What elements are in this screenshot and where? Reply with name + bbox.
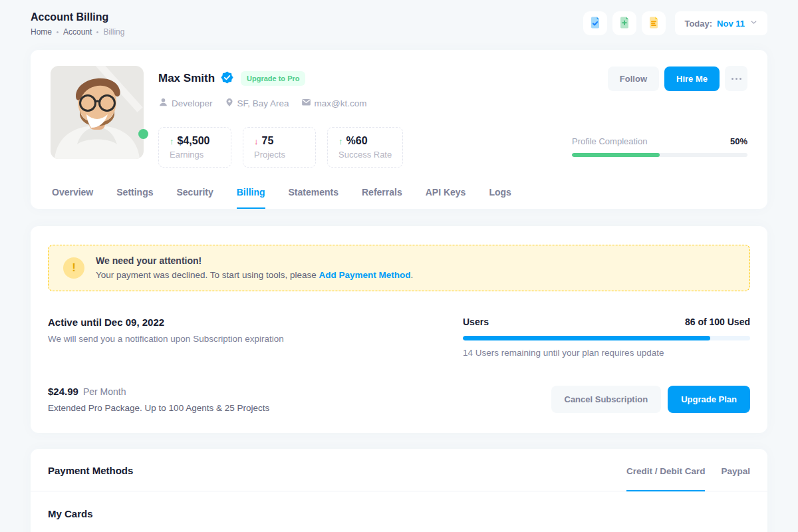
toolbar: Account Billing Home Account Billing Tod… [0,0,798,47]
tab-overview[interactable]: Overview [52,187,93,209]
breadcrumb: Home Account Billing [31,27,124,37]
tab-settings[interactable]: Settings [116,187,153,209]
file-lines-icon [647,16,660,31]
profile-completion: Profile Compleation 50% [572,136,747,157]
arrow-up-icon: ↑ [170,136,174,146]
file-plus-icon [618,16,631,31]
cancel-subscription-button[interactable]: Cancel Subscription [551,386,662,413]
profile-card: Max Smith Upgrade to Pro Follow Hire Me … [31,50,767,209]
profile-tabs: Overview Settings Security Billing State… [51,187,747,209]
date-picker-label: Today: [684,19,712,29]
online-status-dot [138,129,148,139]
tab-security[interactable]: Security [177,187,213,209]
tab-statements[interactable]: Statements [289,187,338,209]
subscription-active-until: Active until Dec 09, 2022 [48,317,284,328]
billing-summary-card: ! We need your attention! Your payment w… [31,226,767,433]
breadcrumb-home[interactable]: Home [31,27,52,37]
profile-stats: ↑$4,500 Earnings ↓75 Projects ↑%60 Succe… [158,127,403,168]
page-heading: Account Billing Home Account Billing [31,11,124,37]
tab-logs[interactable]: Logs [489,187,511,209]
date-picker[interactable]: Today: Nov 11 [675,11,767,35]
verified-badge-icon [221,71,233,86]
breadcrumb-billing: Billing [103,27,124,37]
tab-paypal[interactable]: Paypal [721,466,750,491]
users-label: Users [463,317,489,327]
tab-api-keys[interactable]: API Keys [426,187,466,209]
upgrade-plan-button[interactable]: Upgrade Plan [668,386,750,413]
breadcrumb-account[interactable]: Account [63,27,92,37]
exclamation-icon: ! [63,257,84,279]
plan-price: $24.99 [48,386,78,397]
plan-description: Extended Pro Package. Up to 100 Agents &… [48,403,269,413]
plan-pricing: $24.99 Per Month Extended Pro Package. U… [48,386,269,413]
users-usage: Users 86 of 100 Used 14 Users remaining … [463,317,750,358]
alert-title: We need your attention! [96,255,413,266]
arrow-down-icon: ↓ [254,136,259,146]
alert-text: Your payment was declined. To start usin… [96,270,413,280]
more-options-button[interactable] [725,66,747,91]
mail-icon [301,97,311,109]
plan-period: Per Month [83,386,126,397]
profile-email: max@kt.com [301,97,367,109]
file-check-icon [589,16,602,31]
profile-meta: Developer SF, Bay Area max@kt.com [158,97,747,109]
profile-role: Developer [158,97,213,109]
payment-methods-card: Payment Methods Credit / Debit Card Payp… [31,449,767,532]
stat-earnings: ↑$4,500 Earnings [158,127,231,168]
location-pin-icon [225,98,234,109]
my-cards-title: My Cards [48,508,750,519]
file-lines-button[interactable] [642,11,666,35]
stat-projects: ↓75 Projects [243,127,316,168]
users-remaining-note: 14 Users remaining until your plan requi… [463,348,750,358]
upgrade-to-pro-badge[interactable]: Upgrade to Pro [241,71,305,86]
chevron-down-icon [749,17,758,29]
subscription-status: Active until Dec 09, 2022 We will send y… [48,317,284,358]
payment-warning-alert: ! We need your attention! Your payment w… [48,245,750,291]
follow-button[interactable]: Follow [608,66,659,91]
payment-method-tabs: Credit / Debit Card Paypal [626,466,750,491]
breadcrumb-separator [57,31,59,33]
avatar-image [51,66,144,159]
add-payment-method-link[interactable]: Add Payment Method [319,270,410,280]
stat-success-rate: ↑%60 Success Rate [327,127,403,168]
file-plus-button[interactable] [612,11,636,35]
tab-credit-debit-card[interactable]: Credit / Debit Card [626,466,706,491]
file-check-button[interactable] [583,11,607,35]
tab-referrals[interactable]: Referrals [362,187,402,209]
completion-progress-bar [572,153,747,157]
users-progress-bar [463,336,750,340]
page-title: Account Billing [31,11,124,23]
toolbar-actions: Today: Nov 11 [583,11,767,35]
users-used-count: 86 of 100 Used [685,317,750,327]
person-name: Max Smith [158,72,215,85]
avatar [51,66,144,159]
person-icon [158,97,168,109]
arrow-up-icon: ↑ [338,136,343,146]
hire-me-button[interactable]: Hire Me [664,66,720,91]
completion-value: 50% [730,136,747,146]
date-picker-value: Nov 11 [717,19,745,29]
breadcrumb-separator [96,31,98,33]
tab-billing[interactable]: Billing [237,187,265,209]
completion-label: Profile Compleation [572,136,647,146]
subscription-note: We will send you a notification upon Sub… [48,334,284,344]
profile-location: SF, Bay Area [225,98,289,109]
payment-methods-title: Payment Methods [48,465,133,491]
